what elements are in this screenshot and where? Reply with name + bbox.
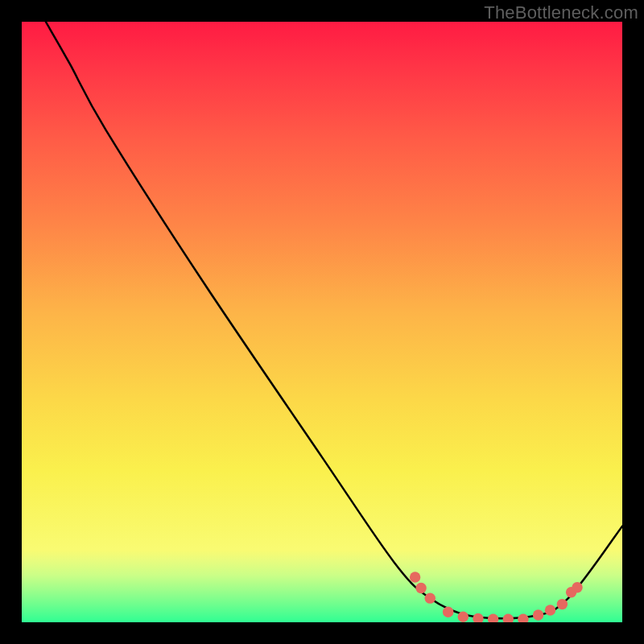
bottleneck-curve bbox=[46, 22, 622, 618]
marker-dot bbox=[545, 605, 555, 615]
marker-dot bbox=[518, 614, 528, 622]
chart-svg bbox=[22, 22, 622, 622]
marker-dot bbox=[458, 612, 469, 622]
marker-dot bbox=[415, 583, 426, 593]
marker-dot bbox=[443, 607, 453, 617]
marker-dot bbox=[488, 614, 498, 622]
marker-dot bbox=[410, 572, 420, 582]
watermark-text: TheBottleneck.com bbox=[484, 2, 638, 23]
marker-dot bbox=[425, 592, 436, 603]
marker-dots bbox=[410, 572, 583, 622]
marker-dot bbox=[473, 613, 483, 622]
marker-dot bbox=[572, 582, 582, 592]
marker-dot bbox=[533, 609, 543, 620]
marker-dot bbox=[557, 599, 568, 609]
chart-area bbox=[22, 22, 622, 622]
marker-dot bbox=[503, 614, 514, 622]
